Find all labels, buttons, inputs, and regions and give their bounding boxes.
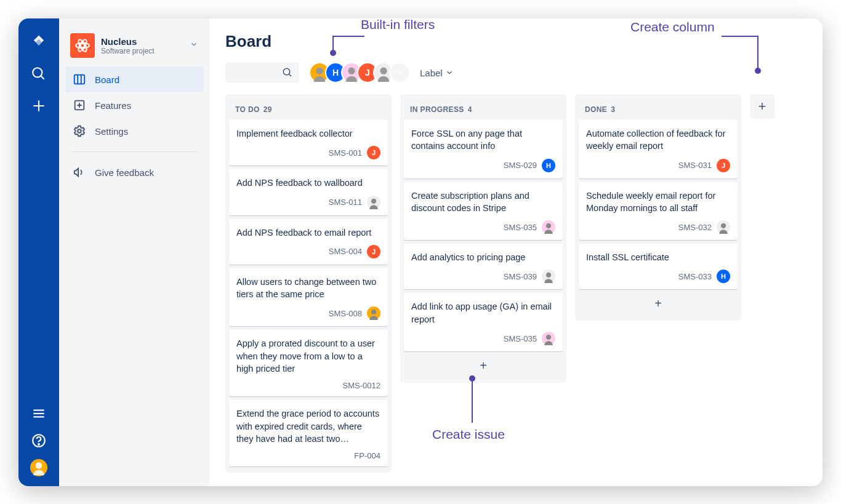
project-sidebar: Nucleus Software project Board Features … (59, 18, 209, 486)
sidebar-item-label: Give feedback (95, 167, 154, 178)
menu-icon[interactable] (30, 405, 47, 422)
create-icon[interactable] (30, 97, 47, 114)
help-icon[interactable] (30, 432, 47, 449)
assignee-avatar (367, 306, 380, 320)
card-title: Schedule weekly email report for Monday … (586, 190, 730, 215)
sidebar-item-features[interactable]: Features (65, 92, 203, 118)
create-issue-button[interactable]: + (404, 355, 563, 377)
card-footer: SMS-0012 (236, 381, 380, 390)
issue-card[interactable]: Allow users to change between two tiers … (229, 268, 388, 327)
annotation-line (332, 36, 364, 37)
label-dropdown-text: Label (420, 68, 443, 78)
sidebar-item-board[interactable]: Board (65, 66, 203, 92)
jira-logo-icon[interactable] (30, 33, 47, 50)
annotation-line (332, 36, 334, 51)
card-footer: SMS-008 (236, 306, 380, 320)
svg-line-22 (289, 74, 291, 76)
issue-card[interactable]: Automate collection of feedback for week… (579, 120, 738, 178)
issue-card[interactable]: Add link to app usage (GA) in email repo… (404, 293, 563, 351)
add-column-button[interactable]: + (750, 94, 775, 119)
card-title: Allow users to change between two tiers … (236, 276, 380, 301)
annotation-line (757, 36, 759, 69)
annotation-line (472, 378, 473, 423)
column-header: IN PROGRESS4 (404, 100, 563, 116)
svg-point-20 (78, 129, 81, 133)
gear-icon (73, 124, 86, 138)
sidebar-item-label: Board (95, 74, 119, 85)
create-issue-button[interactable]: + (579, 293, 738, 314)
sidebar-item-settings[interactable]: Settings (65, 118, 203, 144)
assignee-avatar (542, 332, 555, 345)
assignee-avatar: H (717, 270, 730, 283)
assignee-avatar: J (367, 245, 380, 258)
sidebar-item-feedback[interactable]: Give feedback (65, 159, 203, 185)
annotation-filters: Built-in filters (361, 18, 435, 32)
add-people-button[interactable]: + (389, 62, 410, 83)
issue-card[interactable]: Install SSL certificateSMS-033H (579, 244, 738, 289)
board-icon (73, 73, 86, 86)
issue-card[interactable]: Schedule weekly email report for Monday … (579, 182, 738, 241)
assignee-avatar (367, 196, 380, 209)
annotation-line (722, 36, 758, 37)
issue-key: FP-004 (354, 451, 380, 460)
issue-card[interactable]: Extend the grace period to accounts with… (229, 400, 388, 466)
column-header: TO DO29 (229, 100, 388, 116)
card-footer: SMS-035 (411, 332, 555, 345)
card-footer: SMS-011 (236, 196, 380, 209)
card-title: Implement feedback collector (236, 127, 380, 140)
annotation-dot (330, 50, 336, 56)
project-header[interactable]: Nucleus Software project (65, 31, 203, 66)
profile-avatar[interactable] (30, 459, 47, 476)
issue-card[interactable]: Apply a prorated discount to a user when… (229, 330, 388, 396)
board-column: TO DO29Implement feedback collectorSMS-0… (225, 94, 392, 473)
card-title: Add analytics to pricing page (411, 251, 555, 263)
column-name: DONE (585, 105, 607, 114)
assignee-avatar: J (367, 146, 380, 159)
card-footer: SMS-029H (411, 159, 555, 172)
issue-key: SMS-0012 (343, 381, 380, 390)
issue-card[interactable]: Add NPS feedback to wallboardSMS-011 (229, 169, 388, 215)
issue-card[interactable]: Add analytics to pricing pageSMS-039 (404, 244, 563, 289)
column-name: TO DO (235, 105, 260, 114)
kanban-board: TO DO29Implement feedback collectorSMS-0… (225, 94, 807, 473)
assignee-avatar (542, 220, 555, 234)
issue-card[interactable]: Add NPS feedback to email reportSMS-004J (229, 219, 388, 265)
issue-card[interactable]: Implement feedback collectorSMS-001J (229, 120, 388, 166)
label-dropdown[interactable]: Label (420, 68, 454, 78)
project-icon (70, 33, 95, 58)
issue-key: SMS-035 (504, 223, 537, 232)
global-rail (18, 18, 59, 486)
search-input[interactable] (225, 62, 299, 83)
svg-point-24 (348, 68, 355, 74)
sidebar-item-label: Features (95, 100, 131, 111)
column-count: 3 (611, 105, 615, 114)
issue-key: SMS-039 (504, 272, 537, 281)
svg-point-21 (283, 68, 290, 75)
chevron-down-icon[interactable] (190, 40, 198, 51)
card-footer: SMS-032 (586, 220, 730, 234)
issue-key: SMS-033 (678, 272, 712, 281)
board-toolbar: HJ+ Label (225, 62, 807, 83)
svg-line-1 (41, 76, 44, 79)
card-title: Apply a prorated discount to a user when… (236, 337, 380, 375)
svg-point-25 (380, 68, 387, 74)
svg-point-8 (38, 444, 39, 445)
issue-key: SMS-001 (329, 148, 362, 158)
filter-avatars: HJ+ (309, 62, 410, 83)
card-footer: SMS-001J (236, 146, 380, 159)
issue-key: SMS-031 (678, 161, 712, 170)
issue-card[interactable]: Force SSL on any page that contains acco… (404, 120, 563, 178)
features-icon (73, 98, 86, 112)
issue-key: SMS-032 (678, 223, 712, 232)
svg-point-31 (721, 223, 726, 228)
svg-point-26 (371, 198, 376, 203)
column-name: IN PROGRESS (410, 105, 464, 114)
card-title: Add NPS feedback to wallboard (236, 177, 380, 189)
assignee-avatar: H (542, 159, 555, 172)
issue-key: SMS-008 (329, 309, 362, 318)
issue-key: SMS-011 (329, 198, 362, 207)
issue-card[interactable]: Create subscription plans and discount c… (404, 182, 563, 241)
issue-key: SMS-035 (504, 334, 537, 343)
search-icon[interactable] (30, 65, 47, 82)
card-title: Extend the grace period to accounts with… (236, 407, 380, 445)
